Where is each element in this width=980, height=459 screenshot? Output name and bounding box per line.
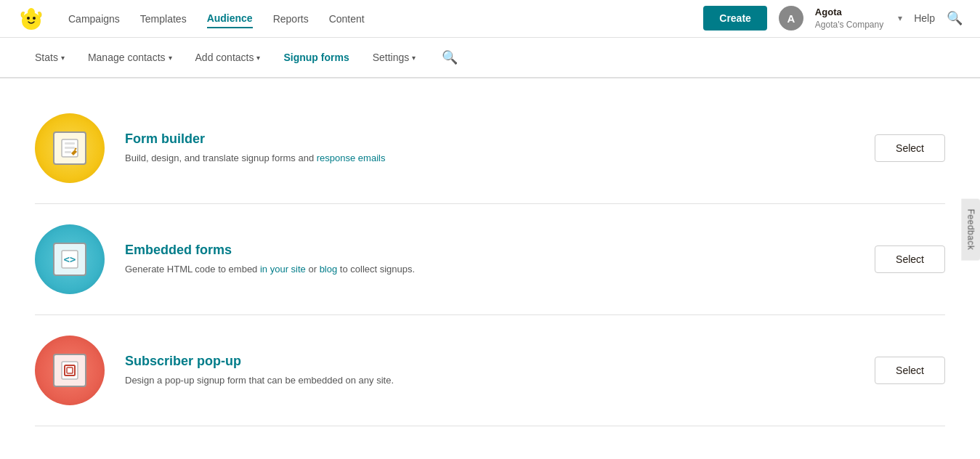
- form-builder-text: Form builder Build, design, and translat…: [125, 131, 854, 166]
- main-content: Form builder Build, design, and translat…: [0, 78, 980, 441]
- svg-line-9: [75, 148, 76, 150]
- nav-audience[interactable]: Audience: [207, 9, 253, 28]
- nav-campaigns[interactable]: Campaigns: [68, 10, 120, 28]
- user-info: Agota Agota's Company: [815, 6, 883, 31]
- subnav-stats[interactable]: Stats ▾: [35, 49, 65, 66]
- form-builder-icon-inner: [53, 131, 86, 165]
- embedded-forms-item: <> Embedded forms Generate HTML code to …: [35, 204, 945, 315]
- chevron-down-icon: ▾: [412, 54, 416, 62]
- chevron-down-icon: ▾: [169, 54, 172, 62]
- subscriber-popup-text: Subscriber pop-up Design a pop-up signup…: [125, 354, 854, 388]
- form-builder-desc: Build, design, and translate signup form…: [125, 151, 854, 166]
- user-name: Agota: [815, 6, 883, 19]
- subscriber-popup-desc: Design a pop-up signup form that can be …: [125, 373, 854, 388]
- embedded-forms-icon: <>: [35, 224, 105, 294]
- nav-right: Create A Agota Agota's Company ▾ Help 🔍: [703, 6, 963, 31]
- embedded-forms-select-button[interactable]: Select: [875, 245, 945, 273]
- subscriber-popup-icon-inner: [53, 354, 86, 387]
- nav-templates[interactable]: Templates: [140, 10, 187, 28]
- svg-rect-6: [65, 142, 75, 145]
- form-builder-item: Form builder Build, design, and translat…: [35, 93, 945, 204]
- subnav-search-icon[interactable]: 🔍: [442, 49, 458, 65]
- logo[interactable]: [17, 5, 45, 33]
- nav-content[interactable]: Content: [329, 10, 365, 28]
- svg-point-3: [33, 17, 36, 20]
- user-company: Agota's Company: [815, 19, 883, 31]
- embedded-forms-title: Embedded forms: [125, 243, 854, 258]
- top-navigation: Campaigns Templates Audience Reports Con…: [0, 0, 980, 38]
- subscriber-popup-title: Subscriber pop-up: [125, 354, 854, 369]
- search-icon[interactable]: 🔍: [947, 10, 963, 26]
- chevron-down-icon: ▾: [61, 54, 65, 62]
- nav-reports[interactable]: Reports: [273, 10, 309, 28]
- subscriber-popup-item: Subscriber pop-up Design a pop-up signup…: [35, 315, 945, 426]
- feedback-tab[interactable]: Feedback: [962, 199, 980, 261]
- subnav-settings[interactable]: Settings ▾: [373, 49, 416, 66]
- form-builder-select-button[interactable]: Select: [875, 134, 945, 162]
- avatar: A: [779, 6, 803, 31]
- svg-text:<>: <>: [64, 253, 76, 265]
- form-builder-title: Form builder: [125, 131, 854, 147]
- subnav-add-contacts[interactable]: Add contacts ▾: [195, 49, 261, 66]
- help-link[interactable]: Help: [914, 12, 935, 24]
- svg-point-4: [28, 8, 35, 17]
- subnav-signup-forms[interactable]: Signup forms: [283, 49, 349, 66]
- chevron-down-icon: ▾: [256, 54, 260, 62]
- embedded-forms-icon-inner: <>: [53, 243, 86, 276]
- create-button[interactable]: Create: [703, 6, 767, 31]
- sub-navigation: Stats ▾ Manage contacts ▾ Add contacts ▾…: [0, 38, 980, 78]
- svg-rect-7: [65, 147, 75, 149]
- svg-point-2: [27, 17, 30, 20]
- subnav-manage-contacts[interactable]: Manage contacts ▾: [88, 49, 172, 66]
- embedded-forms-desc: Generate HTML code to embed in your site…: [125, 262, 854, 277]
- subscriber-popup-select-button[interactable]: Select: [875, 357, 945, 384]
- svg-rect-8: [65, 151, 71, 153]
- nav-links: Campaigns Templates Audience Reports Con…: [68, 9, 703, 28]
- subscriber-popup-icon: [35, 336, 105, 405]
- form-builder-icon: [35, 113, 105, 183]
- user-dropdown-arrow[interactable]: ▾: [898, 13, 902, 23]
- embedded-forms-text: Embedded forms Generate HTML code to emb…: [125, 243, 854, 277]
